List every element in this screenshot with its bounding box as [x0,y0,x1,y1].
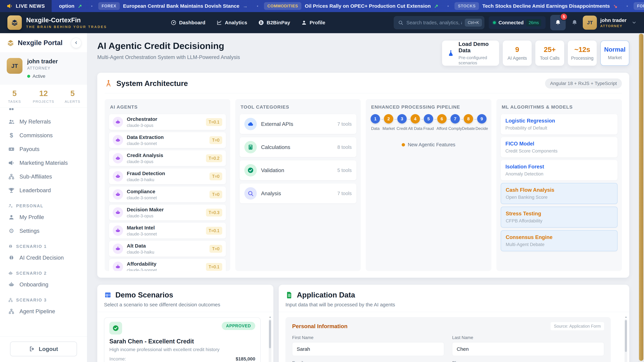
agent-model: claude-3-sonnet [127,232,202,237]
agent-name: Decision Maker [127,207,202,213]
panel-title: TOOL CATEGORIES [241,104,356,110]
person-icon [8,214,15,220]
agent-card[interactable]: Decision Maker claude-3-opus T=0.3 [109,205,226,220]
agent-card[interactable]: Credit Analysis claude-3-opus T=0.2 [109,150,226,166]
logout-button[interactable]: Logout [10,342,77,356]
tool-category-name: Calculations [261,144,290,150]
ml-model-card[interactable]: FICO Model Credit Score Components [501,137,618,157]
application-scrollbar[interactable]: ▲ [624,319,627,362]
brand-logo[interactable] [8,15,22,30]
sidebar-item-payouts[interactable]: Payouts [4,142,83,156]
sidebar-collapse-button[interactable]: ‹ [71,38,81,48]
ml-models-panel: ML ALGORITHMS & MODELS Logistic Regressi… [496,99,622,271]
agents-list: Orchestrator claude-3-opus T=0.1 Data Ex [109,114,226,271]
model-description: Probability of Default [506,125,613,131]
model-name: Consensus Engine [506,234,613,240]
megaphone-icon [8,160,15,166]
agent-card[interactable]: Fraud Detection claude-3-haiku T=0 [109,168,226,184]
clipped-menu-item[interactable] [4,108,83,115]
stat-chip: 25+ Tool Calls [535,40,564,66]
step-label: Afford [436,126,447,131]
input-label: Email [292,360,444,362]
agent-temperature-badge: T=0.1 [206,227,222,235]
agent-model: claude-3-opus [127,214,202,218]
sidebar-item-commissions[interactable]: $ Commissions [4,129,83,142]
stat-value: 9 [515,45,519,54]
agent-name: Alt Data [127,243,206,249]
agent-card[interactable]: Compliance claude-3-sonnet T=0 [109,187,226,202]
agent-card[interactable]: Data Extraction claude-3-sonnet T=0 [109,132,226,148]
chevron-down-icon [632,20,636,25]
tool-category-card[interactable]: Analysis 7 tools [240,184,356,203]
model-description: Credit Score Components [506,148,613,154]
agent-temperature-badge: T=0 [210,245,222,253]
sidebar-item-ai-credit-decision[interactable]: AI Credit Decision [4,251,83,265]
scenario-card-sarah-chen[interactable]: APPROVED Sarah Chen - Excellent Credit H… [104,318,260,362]
notifications-button[interactable]: 5 [550,15,566,30]
sidebar-item-my-referrals[interactable]: My Referrals [4,115,83,129]
stat-value: Normal [604,46,626,53]
dollar-icon: $ [8,132,15,138]
sidebar-header: Nexgile Portal ‹ [0,33,87,53]
robot-icon [113,171,123,182]
scrollbar-thumb[interactable] [625,320,627,352]
nav-item-b2binpay[interactable]: ₿ B2BinPay [258,20,290,25]
tool-category-card[interactable]: Calculations 8 tools [240,137,356,157]
tool-category-card[interactable]: Validation 5 tools [240,160,356,180]
sidebar-stats: 5 TASKS 12 PROJECTS 5 ALERTS [0,84,87,108]
agent-card[interactable]: Affordability claude-3-sonnet T=0.1 [109,259,226,271]
step-number: 8 [464,114,473,123]
live-news-segment: LIVE NEWS [0,0,52,12]
nav-item-analytics[interactable]: Analytics [216,20,247,25]
pipeline-step: 2 Market [384,114,394,131]
text-input[interactable] [452,342,604,356]
sidebar-item-agent-pipeline[interactable]: Agent Pipeline [4,305,83,318]
ml-model-card[interactable]: Logistic Regression Probability of Defau… [501,114,618,134]
text-input[interactable] [292,342,444,356]
agent-card[interactable]: Orchestrator claude-3-opus T=0.1 [109,114,226,130]
stat-label: TASKS [0,99,29,104]
model-name: Logistic Regression [506,118,613,124]
scrollbar-thumb[interactable] [639,34,643,361]
sidebar-item-my-profile[interactable]: My Profile [4,210,83,224]
window-scrollbar[interactable] [638,33,644,362]
demo-button-label: Load Demo Data [458,41,494,54]
pipeline-panel: ENHANCED PROCESSING PIPELINE 1 Data 2 Ma… [366,99,492,271]
legend-label: New Agentic Features [408,142,455,147]
trend-arrow-icon: ↘ [613,3,617,9]
sidebar-item-settings[interactable]: ⚙ Settings [4,224,83,238]
nav-item-dashboard[interactable]: Dashboard [171,20,206,25]
application-data-card: Application Data Input data that will be… [279,285,629,362]
sidebar-item-leaderboard[interactable]: Leaderboard [4,184,83,197]
sidebar-item-marketing-materials[interactable]: Marketing Materials [4,156,83,170]
ml-model-card[interactable]: Cash Flow Analysis Open Banking Score [501,183,618,204]
scrollbar-thumb[interactable] [269,320,271,348]
nav-item-profile[interactable]: Profile [301,20,325,25]
pipeline-legend: New Agentic Features [370,142,487,147]
ml-model-card[interactable]: Isolation Forest Anomaly Detection [501,160,618,180]
sidebar-user-card[interactable]: JT john trader ATTORNEY Active [0,53,87,84]
tool-count: 7 tools [338,121,352,127]
global-search[interactable]: Ctrl+K [394,16,484,29]
legend-dot-icon [402,143,405,146]
secondary-bell-icon[interactable] [572,19,578,26]
pipeline-step: 3 Credit [397,114,407,131]
ml-model-card[interactable]: Consensus Engine Multi-Agent Debate [501,230,618,251]
ml-model-card[interactable]: Stress Testing CFPB Affordability [501,207,618,228]
search-input[interactable] [406,20,462,25]
agent-name: Fraud Detection [127,171,206,176]
sidebar-item-sub-affiliates[interactable]: Sub-Affiliates [4,170,83,184]
load-demo-data-button[interactable]: Load Demo Data Pre-configured scenarios [442,40,499,66]
application-data-header: Application Data [286,291,622,299]
demo-scenarios-header: Demo Scenarios [104,291,267,299]
sidebar: Nexgile Portal ‹ JT john trader ATTORNEY… [0,33,87,362]
agent-temperature-badge: T=0.3 [206,209,222,217]
tool-category-card[interactable]: External APIs 7 tools [240,114,356,134]
scenarios-scrollbar[interactable]: ▲ [269,319,271,362]
agent-card[interactable]: Market Intel claude-3-sonnet T=0.1 [109,223,226,239]
input-label: Last Name [452,335,604,340]
user-menu[interactable]: JT john trader ATTORNEY [583,15,636,30]
sidebar-item-onboarding[interactable]: Onboarding [4,278,83,292]
agent-card[interactable]: Alt Data claude-3-haiku T=0 [109,241,226,257]
agent-model: claude-3-opus [127,159,202,164]
